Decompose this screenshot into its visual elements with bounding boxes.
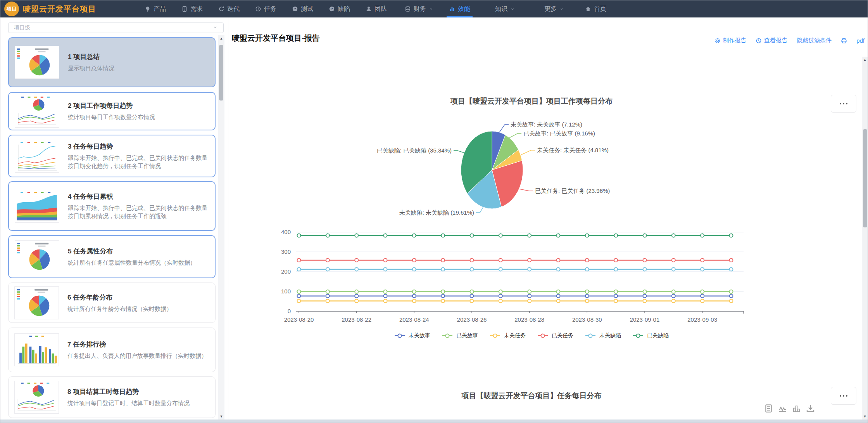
report-card-5[interactable]: 5 任务属性分布 统计所有任务任意属性数量分布情况（实时数据） [8,235,216,278]
data-point-open-story[interactable] [614,294,618,298]
data-point-closed-task[interactable] [672,258,675,262]
data-point-closed-task[interactable] [499,258,502,262]
toolbox-data-view-button[interactable] [764,404,773,413]
data-point-closed-bug[interactable] [701,234,704,237]
data-point-closed-task[interactable] [355,258,358,262]
nav-item-iteration[interactable]: 迭代 [211,0,247,17]
horizontal-scrollbar[interactable] [0,420,868,423]
data-point-open-bug[interactable] [672,267,675,271]
data-point-closed-bug[interactable] [499,234,502,237]
data-point-closed-story[interactable] [614,290,618,293]
scroll-down-arrow[interactable]: ▼ [862,414,868,419]
data-point-open-task[interactable] [614,299,618,303]
data-point-open-task[interactable] [643,299,647,303]
action-print[interactable] [841,38,847,44]
data-point-open-story[interactable] [557,294,560,298]
data-point-closed-bug[interactable] [355,234,358,237]
data-point-open-story[interactable] [441,294,445,298]
report-scope-select[interactable]: 项目级 [8,23,224,33]
data-point-closed-bug[interactable] [528,234,531,237]
data-point-closed-story[interactable] [499,290,502,293]
toolbox-line-type-button[interactable] [778,404,787,413]
action-hide-filter[interactable]: 隐藏过滤条件 [797,37,832,44]
report-card-6[interactable]: 6 任务年龄分布 统计所有任务年龄分布情况（实时数据） [8,283,216,323]
data-point-closed-story[interactable] [412,290,416,293]
data-point-closed-story[interactable] [441,290,445,293]
data-point-open-task[interactable] [470,299,474,303]
scrollbar-thumb[interactable] [863,129,867,227]
data-point-open-bug[interactable] [643,267,647,271]
data-point-closed-story[interactable] [730,290,733,293]
nav-item-task[interactable]: 任务 [247,0,284,17]
data-point-open-bug[interactable] [701,267,704,271]
data-point-open-story[interactable] [672,294,675,298]
data-point-open-bug[interactable] [614,267,618,271]
data-point-closed-story[interactable] [701,290,704,293]
data-point-open-task[interactable] [557,299,560,303]
data-point-closed-bug[interactable] [672,234,675,237]
data-point-closed-task[interactable] [528,258,531,262]
data-point-closed-task[interactable] [557,258,560,262]
data-point-open-bug[interactable] [528,267,531,271]
data-point-closed-bug[interactable] [557,234,560,237]
data-point-open-task[interactable] [730,299,733,303]
data-point-closed-task[interactable] [384,258,387,262]
nav-item-test[interactable]: ?测试 [284,0,321,17]
data-point-open-task[interactable] [585,299,589,303]
data-point-closed-story[interactable] [585,290,589,293]
data-point-open-bug[interactable] [326,267,330,271]
data-point-open-story[interactable] [412,294,416,298]
data-point-closed-task[interactable] [326,258,330,262]
toolbox-bar-type-button[interactable] [792,404,801,413]
data-point-open-bug[interactable] [499,267,502,271]
data-point-closed-task[interactable] [441,258,445,262]
legend-item-closed-task[interactable]: 已关任务 [537,332,573,339]
data-point-closed-bug[interactable] [412,234,416,237]
report-card-8[interactable]: 8 项目结算工时每日趋势 统计项目每日登记工时、结算工时数量分布情况 [8,376,216,418]
nav-item-product[interactable]: 产品 [137,0,174,17]
data-point-closed-story[interactable] [672,290,675,293]
chart2-more-button[interactable] [831,387,856,405]
data-point-open-task[interactable] [701,299,704,303]
data-point-open-story[interactable] [701,294,704,298]
data-point-closed-bug[interactable] [730,234,733,237]
data-point-open-task[interactable] [412,299,416,303]
data-point-closed-story[interactable] [557,290,560,293]
data-point-open-task[interactable] [297,299,301,303]
legend-item-closed-story[interactable]: 已关故事 [442,332,478,339]
scroll-up-arrow[interactable]: ▲ [862,57,868,62]
report-card-7[interactable]: 7 任务排行榜 任务提出人、负责人的用户故事数量排行（实时数据） [8,328,216,372]
action-view-report[interactable]: 查看报告 [756,37,787,44]
data-point-closed-bug[interactable] [326,234,330,237]
nav-item-efficiency[interactable]: 效能 [441,0,478,17]
data-point-closed-task[interactable] [701,258,704,262]
data-point-open-story[interactable] [470,294,474,298]
report-card-1[interactable]: 1 项目总结 显示项目总体情况 [8,37,216,87]
data-point-closed-story[interactable] [528,290,531,293]
data-point-closed-story[interactable] [470,290,474,293]
data-point-open-task[interactable] [384,299,387,303]
data-point-closed-story[interactable] [355,290,358,293]
data-point-open-task[interactable] [441,299,445,303]
toolbox-save-image-button[interactable] [806,404,815,413]
data-point-open-bug[interactable] [557,267,560,271]
data-point-closed-story[interactable] [297,290,301,293]
action-make-report[interactable]: 制作报告 [714,37,746,44]
data-point-open-bug[interactable] [441,267,445,271]
data-point-open-task[interactable] [528,299,531,303]
data-point-open-story[interactable] [355,294,358,298]
data-point-closed-bug[interactable] [614,234,618,237]
legend-item-closed-bug[interactable]: 已关缺陷 [633,332,669,339]
legend-item-open-task[interactable]: 未关任务 [490,332,526,339]
report-card-2[interactable]: 2 项目工作项每日趋势 统计项目每日工作项数量分布情况 [8,92,216,130]
data-point-closed-bug[interactable] [643,234,647,237]
nav-item-home[interactable]: 首页 [577,0,614,17]
data-point-closed-bug[interactable] [585,234,589,237]
nav-item-bug[interactable]: ?缺陷 [321,0,358,17]
nav-item-more[interactable]: 更多 [537,0,572,17]
data-point-open-task[interactable] [499,299,502,303]
data-point-open-bug[interactable] [384,267,387,271]
data-point-closed-task[interactable] [585,258,589,262]
data-point-closed-task[interactable] [412,258,416,262]
report-card-4[interactable]: 4 任务每日累积 跟踪未开始、执行中、已完成、已关闭状态的任务数量按日期累积情况… [8,181,216,231]
